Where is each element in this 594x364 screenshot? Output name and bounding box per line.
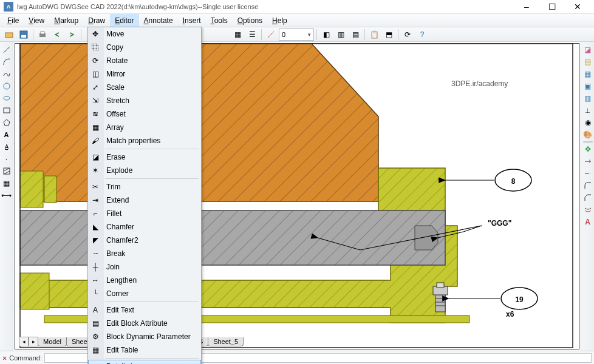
menuitem-block-dynamic-parameter[interactable]: ⚙Block Dynamic Parameter [88,330,201,343]
undo-button[interactable] [50,29,64,41]
polygon-tool[interactable] [1,117,12,128]
eraser-tool[interactable]: ◪ [582,44,593,55]
offset-tool[interactable] [582,204,593,215]
measure-tool[interactable]: ⟂ [582,105,593,116]
menuitem-chamfer2[interactable]: ◤Chamfer2 [88,234,201,247]
menuitem-scale[interactable]: ⤢Scale [88,81,201,94]
draft-mode-button[interactable] [264,29,278,41]
fillet-tool[interactable] [582,180,593,191]
command-close-icon[interactable]: ✕ [2,354,7,362]
menuitem-fillet[interactable]: ⌐Fillet [88,207,201,220]
menuitem-join[interactable]: ┼Join [88,260,201,274]
svg-point-7 [4,83,10,89]
rtext-tool[interactable]: A [582,217,593,228]
menu-options[interactable]: Options [233,14,267,27]
refresh-button[interactable]: ⟳ [401,29,414,41]
snap-tool[interactable]: ◉ [582,117,593,128]
print-button[interactable] [36,29,49,41]
mtext-tool[interactable]: A̲ [1,141,12,152]
close-button[interactable]: ✕ [565,0,590,14]
sheet-tab-model[interactable]: Model [38,337,67,346]
menuitem-label: Edit Table [106,346,138,354]
redo-button[interactable] [65,29,78,41]
sheet-tab-sheet_5[interactable]: Sheet_5 [208,337,244,346]
spline-tool[interactable] [1,69,12,79]
toolbar-btn-g[interactable]: ⬒ [382,29,395,41]
menuitem-trim[interactable]: ✂Trim [88,180,201,194]
menuitem-rotate[interactable]: ⟳Rotate [88,54,201,67]
menuitem-label: Stretch [106,96,129,105]
rect-tool[interactable] [1,105,12,116]
menuitem-explode[interactable]: ✶Explode [88,164,201,177]
menuitem-offset[interactable]: ≋Offset [88,107,201,121]
menuitem-label: Edit Block Attribute [106,319,168,328]
block-tool[interactable]: ▦ [1,178,12,189]
arc-tool[interactable] [1,56,12,67]
menu-view[interactable]: View [24,14,49,27]
tab-nav-left[interactable]: ◂ [19,337,29,346]
menu-draw[interactable]: Draw [83,14,110,27]
menu-markup[interactable]: Markup [49,14,83,27]
toolbar-btn-d[interactable]: ▥ [334,29,347,41]
menu-annotate[interactable]: Annotate [139,14,178,27]
menuitem-erase[interactable]: ◪Erase [88,150,201,164]
menuitem-corner[interactable]: └Corner [88,287,201,300]
menuitem-label: Extend [106,196,129,204]
toolbar-btn-e[interactable]: ▤ [349,29,362,41]
maximize-button[interactable]: ☐ [539,0,565,14]
tab-nav-right[interactable]: ▸ [29,337,38,346]
menuitem-copy[interactable]: ⿻Copy [88,41,201,54]
ellipse-tool[interactable] [1,93,12,104]
xref-tool[interactable]: ▣ [582,81,593,92]
toolbar-btn-b[interactable]: ☰ [245,29,259,41]
dim-tool[interactable]: ⟷ [1,190,12,201]
menuitem-label: Chamfer [106,223,134,231]
menuitem-match-properties[interactable]: 🖌Match properties [88,134,201,147]
menuitem-lengthen[interactable]: ↔Lengthen [88,274,201,287]
menu-tools[interactable]: Tools [206,14,233,27]
menuitem-chamfer[interactable]: ◣Chamfer [88,220,201,234]
move-tool[interactable]: ✥ [582,144,593,155]
match-properties-icon: 🖌 [90,136,100,146]
edit-block-attribute-icon: ▤ [90,318,100,328]
menu-file[interactable]: File [2,14,24,27]
props-tool[interactable]: ▦ [582,69,593,79]
text-tool[interactable]: A [1,129,12,140]
menuitem-edit-block-attribute[interactable]: ▤Edit Block Attribute [88,317,201,330]
help-button[interactable]: ? [415,29,429,41]
menuitem-edit-table[interactable]: ▦Edit Table [88,343,201,357]
chamfer-tool[interactable] [582,192,593,203]
calc-tool[interactable]: ▥ [582,93,593,104]
palette-tool[interactable]: 🎨 [582,129,593,140]
menuitem-move[interactable]: ✥Move [88,27,201,41]
menuitem-array[interactable]: ▦Array [88,121,201,134]
trim-tool[interactable] [582,156,593,167]
menuitem-mirror[interactable]: ◫Mirror [88,67,201,81]
menu-insert[interactable]: Insert [178,14,206,27]
menuitem-stretch[interactable]: ⇲Stretch [88,94,201,107]
save-button[interactable] [17,29,30,41]
hatch-tool[interactable] [1,166,12,177]
toolbar-btn-f[interactable]: 📋 [367,29,381,41]
menuitem-break[interactable]: ╌Break [88,247,201,260]
left-toolbar: A A̲ · ▦ ⟷ [0,42,13,351]
point-tool[interactable]: · [1,153,12,164]
menu-help[interactable]: Help [267,14,292,27]
menuitem-label: Match properties [106,136,160,145]
menuitem-edit-text[interactable]: AEdit Text [88,303,201,317]
toolbar-btn-c[interactable]: ◧ [319,29,333,41]
menuitem-detail-view[interactable]: ◎Detail view [88,360,201,364]
lineweight-select[interactable]: 0 [279,29,314,41]
extend-tool[interactable] [582,168,593,179]
circle-tool[interactable] [1,81,12,92]
layer-tool[interactable]: ▤ [582,56,593,67]
minimize-button[interactable]: – [514,0,539,14]
line-tool[interactable] [1,44,12,55]
menu-editor[interactable]: Editor [110,14,138,27]
detail-view-icon: ◎ [91,362,101,364]
toolbar-btn-a[interactable]: ▦ [231,29,244,41]
menuitem-extend[interactable]: ⇥Extend [88,194,201,207]
menuitem-label: Scale [106,83,125,92]
open-button[interactable] [2,29,16,41]
callout-x6: x6 [506,310,514,318]
